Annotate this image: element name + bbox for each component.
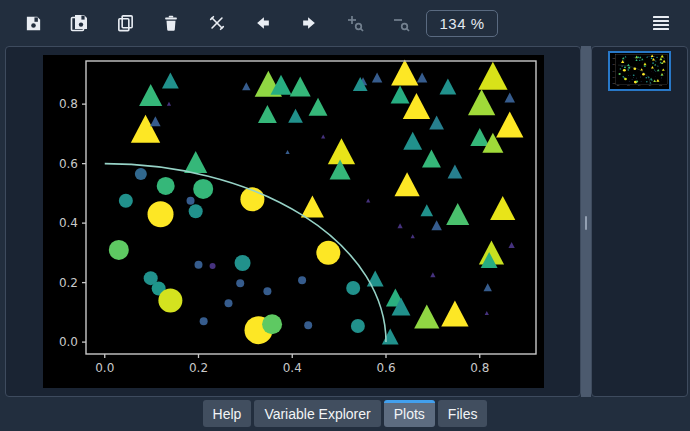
- tab-plots[interactable]: Plots: [384, 400, 435, 427]
- scatter-marker: [629, 81, 630, 82]
- tab-variable-explorer[interactable]: Variable Explorer: [254, 400, 380, 427]
- y-tick-label: 0.6: [58, 157, 77, 171]
- scatter-marker: [304, 321, 312, 329]
- scatter-marker: [628, 67, 630, 69]
- scatter-marker: [186, 197, 194, 205]
- scatter-marker: [316, 241, 340, 265]
- hamburger-icon: [652, 15, 670, 31]
- scatter-marker: [620, 68, 622, 69]
- scatter-marker: [633, 74, 635, 76]
- splitter-handle-icon: [585, 216, 587, 230]
- scatter-marker: [194, 261, 202, 269]
- close-all-icon: [208, 14, 226, 32]
- figure-canvas: 0.00.20.40.60.80.00.20.40.60.8: [43, 55, 544, 388]
- y-tick-label: 0.0: [58, 335, 77, 349]
- copy-icon: [116, 14, 135, 33]
- scatter-marker: [645, 77, 647, 78]
- thumbnail-panel: 0.00.20.40.60.80.00.20.40.60.8: [591, 46, 688, 397]
- scatter-plot-thumbnail: 0.00.20.40.60.80.00.20.40.60.8: [611, 54, 668, 88]
- scatter-marker: [118, 194, 132, 208]
- scatter-marker: [628, 75, 629, 76]
- scatter-plot: 0.00.20.40.60.80.00.20.40.60.8: [43, 55, 544, 388]
- scatter-marker: [263, 287, 271, 295]
- scatter-marker: [199, 317, 207, 325]
- panel-splitter[interactable]: [581, 46, 591, 397]
- scatter-marker: [632, 79, 633, 80]
- scatter-marker: [630, 75, 631, 76]
- x-tick-label: 0.4: [282, 361, 301, 375]
- save-all-icon: [69, 13, 89, 33]
- tab-help[interactable]: Help: [203, 400, 252, 427]
- scatter-marker: [628, 69, 630, 70]
- tab-files[interactable]: Files: [438, 400, 488, 427]
- scatter-marker: [134, 168, 146, 180]
- arrow-right-icon: [300, 14, 318, 32]
- scatter-marker: [188, 204, 202, 218]
- scatter-marker: [624, 66, 626, 68]
- y-tick-label: 0.4: [58, 216, 77, 230]
- scatter-marker: [642, 73, 645, 75]
- scatter-marker: [298, 276, 306, 284]
- save-all-plots-button[interactable]: [56, 5, 102, 41]
- plots-pane-content: 0.00.20.40.60.80.00.20.40.60.8 0.00.20.4…: [0, 46, 690, 397]
- zoom-in-icon: [345, 13, 365, 33]
- scatter-marker: [262, 314, 282, 334]
- zoom-out-button[interactable]: [378, 5, 424, 41]
- scatter-marker: [636, 78, 637, 79]
- scatter-marker: [621, 66, 622, 67]
- scatter-marker: [147, 201, 173, 227]
- figure-viewer-panel: 0.00.20.40.60.80.00.20.40.60.8: [5, 46, 581, 397]
- x-tick-label: 0.0: [95, 361, 114, 375]
- save-plot-button[interactable]: [10, 5, 56, 41]
- scatter-marker: [350, 319, 364, 333]
- copy-image-button[interactable]: [102, 5, 148, 41]
- scatter-marker: [346, 281, 360, 295]
- scatter-marker: [234, 255, 250, 271]
- plot-thumbnail[interactable]: 0.00.20.40.60.80.00.20.40.60.8: [608, 51, 671, 91]
- zoom-out-icon: [391, 13, 411, 33]
- scatter-marker: [636, 80, 638, 82]
- save-icon: [24, 14, 43, 33]
- arrow-left-icon: [254, 14, 272, 32]
- x-tick-label: 0.8: [470, 361, 489, 375]
- scatter-marker: [193, 179, 213, 199]
- scatter-marker: [209, 263, 215, 269]
- scatter-marker: [633, 68, 636, 70]
- scatter-marker: [224, 299, 232, 307]
- previous-plot-button[interactable]: [240, 5, 286, 41]
- zoom-level-display: 134 %: [426, 10, 498, 37]
- scatter-marker: [640, 77, 641, 78]
- scatter-marker: [108, 240, 128, 260]
- options-menu-button[interactable]: [644, 5, 678, 41]
- trash-icon: [162, 14, 180, 32]
- scatter-marker: [641, 81, 642, 82]
- scatter-marker: [618, 73, 620, 75]
- pane-tabbar: HelpVariable ExplorerPlotsFiles: [0, 397, 690, 431]
- scatter-marker: [158, 288, 182, 312]
- y-tick-label: 0.2: [58, 276, 77, 290]
- scatter-marker: [646, 81, 648, 82]
- y-tick-label: 0.8: [58, 97, 77, 111]
- remove-all-plots-button[interactable]: [194, 5, 240, 41]
- next-plot-button[interactable]: [286, 5, 332, 41]
- scatter-marker: [633, 77, 634, 78]
- plots-toolbar: 134 %: [0, 0, 690, 46]
- x-tick-label: 0.2: [188, 361, 207, 375]
- x-tick-label: 0.6: [376, 361, 395, 375]
- zoom-in-button[interactable]: [332, 5, 378, 41]
- scatter-marker: [156, 177, 174, 195]
- scatter-marker: [236, 279, 244, 287]
- remove-plot-button[interactable]: [148, 5, 194, 41]
- scatter-marker: [623, 69, 626, 72]
- scatter-marker: [624, 78, 627, 80]
- scatter-marker: [627, 68, 628, 69]
